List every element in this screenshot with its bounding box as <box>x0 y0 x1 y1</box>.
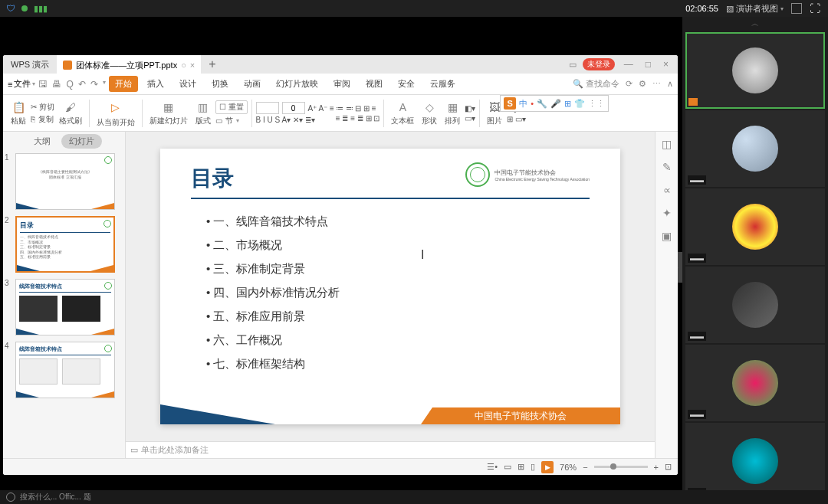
scroll-up-icon[interactable]: ︿ <box>682 17 828 31</box>
preview-icon[interactable]: Q <box>66 79 73 90</box>
logo-circle-icon <box>465 162 490 187</box>
slides-tab[interactable]: 幻灯片 <box>61 134 102 149</box>
search-label: 查找命令 <box>586 78 619 90</box>
menu-cloud[interactable]: 云服务 <box>424 76 462 92</box>
current-slide[interactable]: 中国电子节能技术协会China Electronic Energy Saving… <box>160 149 620 424</box>
ime-more-icon[interactable]: ⋮⋮ <box>588 99 605 109</box>
select-tool-icon[interactable]: ◫ <box>662 138 672 150</box>
redo-icon[interactable]: ↷ <box>90 79 98 90</box>
menu-animation[interactable]: 动画 <box>238 76 267 92</box>
participant-tile[interactable]: ▬▬ <box>685 423 825 490</box>
zoom-in-button[interactable]: + <box>654 463 659 472</box>
copy-button[interactable]: ⎘ 复制 <box>31 114 54 125</box>
menu-slideshow[interactable]: 幻灯片放映 <box>270 76 324 92</box>
paste-group[interactable]: 📋粘贴 <box>8 100 29 126</box>
save-icon[interactable]: 🖫 <box>38 79 48 90</box>
thumb-num: 4 <box>5 342 9 350</box>
slideshow-button[interactable]: ▶ <box>541 461 554 473</box>
fullscreen-icon[interactable] <box>791 3 802 14</box>
undo-icon[interactable]: ↶ <box>78 79 86 90</box>
chevron-down-icon[interactable]: ▾ <box>103 79 106 90</box>
ime-dot[interactable]: • <box>531 99 534 108</box>
ime-lang[interactable]: 中 <box>519 98 527 110</box>
presenter-view-button[interactable]: ▧ 演讲者视图 ▾ <box>726 3 784 15</box>
ime-tool-icon[interactable]: 🔧 <box>537 99 547 109</box>
collapse-ribbon-icon[interactable]: ∧ <box>667 79 673 89</box>
participant-tile[interactable]: ▬▬ <box>685 110 825 187</box>
thumbnail[interactable]: 4 线阵音箱技术特点 <box>6 342 122 398</box>
font-size-box[interactable] <box>282 102 305 114</box>
toc-list[interactable]: 一、线阵音箱技术特点 二、市场概况 三、标准制定背景 四、国内外标准情况分析 五… <box>191 214 590 371</box>
outline-tab[interactable]: 大纲 <box>26 134 58 149</box>
notes-toggle[interactable]: ☰• <box>487 462 498 472</box>
sync-icon[interactable]: ⟳ <box>626 79 632 89</box>
list-row[interactable]: ≔ ≕ ⊟ ⊞ ≡ <box>336 104 380 113</box>
sorter-view-icon[interactable]: ⊞ <box>518 462 524 472</box>
menu-start[interactable]: 开始 <box>109 76 138 92</box>
new-tab-button[interactable]: + <box>201 57 223 71</box>
menu-security[interactable]: 安全 <box>392 76 421 92</box>
fill-button[interactable]: ◧▾ <box>465 104 475 113</box>
new-slide-button[interactable]: ▦新建幻灯片 <box>146 100 191 126</box>
zoom-out-button[interactable]: − <box>583 463 587 472</box>
fit-button[interactable]: ⊡ <box>665 462 672 472</box>
menu-view[interactable]: 视图 <box>360 76 389 92</box>
ime-toolbar[interactable]: S 中 • 🔧 🎤 ⊞ 👕 ⋮⋮ <box>500 95 609 112</box>
participant-tile[interactable]: ▬▬ <box>685 188 825 265</box>
ime-mic-icon[interactable]: 🎤 <box>550 99 561 109</box>
gear-icon[interactable]: ⚙ <box>639 79 646 89</box>
tab-title: 团体标准——立项PPT.pptx <box>76 60 177 71</box>
from-current-button[interactable]: ▷从当前开始 <box>94 98 138 128</box>
close-button[interactable]: × <box>660 59 672 70</box>
participant-label: ▬▬ <box>688 332 706 341</box>
search-command[interactable]: 🔍查找命令 <box>573 78 619 90</box>
menu-transition[interactable]: 切换 <box>205 76 235 92</box>
login-badge[interactable]: 未登录 <box>583 58 615 70</box>
arrange-button[interactable]: ▦排列 <box>442 100 463 126</box>
window-icon[interactable]: ▭ <box>569 60 577 70</box>
thumbnail[interactable]: 2 目录 一、线阵音箱技术特点二、市场概况三、标准制定背景四、国内外标准情况分析… <box>6 216 122 273</box>
replace-button[interactable]: ⊞ ▭▾ <box>507 115 534 123</box>
search-icon: 🔍 <box>573 79 583 89</box>
reset-button[interactable]: ☐ 重置 <box>215 100 248 114</box>
notes-pane[interactable]: ▭ 单击此处添加备注 <box>126 441 655 458</box>
font-box[interactable] <box>256 102 279 114</box>
expand-icon[interactable]: ⛶ <box>810 2 820 15</box>
menu-insert[interactable]: 插入 <box>141 76 170 92</box>
share-tool-icon[interactable]: ∝ <box>663 184 671 196</box>
maximize-button[interactable]: □ <box>642 59 654 70</box>
document-tab[interactable]: 团体标准——立项PPT.pptx ○ × <box>57 55 201 74</box>
cut-button[interactable]: ✂ 剪切 <box>31 102 54 113</box>
print-icon[interactable]: 🖶 <box>52 79 61 90</box>
taskbar-search[interactable]: 搜索什么... Offic... 题 <box>20 492 91 502</box>
thumbnail[interactable]: 1 《线阵音箱主要性能测试方法》团体标准 立项汇报 <box>6 153 122 210</box>
ime-shirt-icon[interactable]: 👕 <box>574 99 585 109</box>
more-icon[interactable]: ⋯ <box>652 79 661 89</box>
minimize-button[interactable]: — <box>621 59 636 70</box>
reading-view-icon[interactable]: ▯ <box>531 462 535 472</box>
thumbnail[interactable]: 3 线阵音箱技术特点 <box>6 279 122 335</box>
align-row[interactable]: ≡ ≣ ≡ ≣ ⊞ ⊡ <box>336 114 380 123</box>
participant-tile[interactable]: ▬▬ <box>685 345 825 421</box>
shape-button[interactable]: ◇形状 <box>419 100 440 126</box>
zoom-level[interactable]: 76% <box>560 463 577 472</box>
menu-design[interactable]: 设计 <box>173 76 202 92</box>
ime-grid-icon[interactable]: ⊞ <box>564 99 571 109</box>
participant-tile[interactable] <box>685 32 825 109</box>
normal-view-icon[interactable]: ▭ <box>504 462 511 472</box>
font-style-row[interactable]: B I U S A▾ ✕▾ ≣▾ <box>256 116 334 124</box>
style-tool-icon[interactable]: ✎ <box>662 161 672 173</box>
zoom-slider[interactable] <box>594 466 648 468</box>
textbox-button[interactable]: A文本框 <box>388 100 417 126</box>
section-button[interactable]: ▭ 节 ▾ <box>215 116 248 126</box>
property-tool-icon[interactable]: ▣ <box>662 230 672 242</box>
close-tab-icon[interactable]: × <box>190 61 195 70</box>
participant-tile[interactable]: ▬▬ <box>685 267 825 343</box>
outline-button[interactable]: ▭▾ <box>465 114 475 123</box>
format-painter[interactable]: 🖌格式刷 <box>56 100 85 126</box>
layout-button[interactable]: ▥版式 <box>192 100 214 126</box>
animation-tool-icon[interactable]: ✦ <box>662 207 672 219</box>
smiley-icon[interactable] <box>6 493 15 502</box>
menu-review[interactable]: 审阅 <box>327 76 356 92</box>
file-menu[interactable]: ≡文件▾ <box>8 78 35 90</box>
